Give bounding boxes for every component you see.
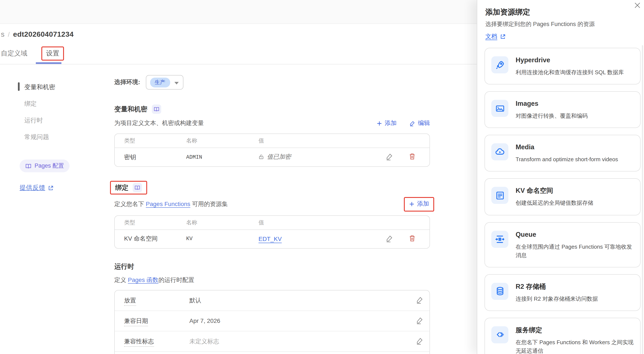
runtime-section-header: 运行时 <box>114 262 430 271</box>
runtime-row-compat-flags: 兼容性标志 未定义标志 <box>115 331 430 352</box>
binding-name: KV <box>186 230 258 248</box>
col-header-type: 类型 <box>115 134 186 148</box>
environment-selected-value: 生产 <box>150 78 170 87</box>
delete-row-button[interactable] <box>408 234 416 242</box>
variables-description: 为项目定义文本、机密或构建变量 <box>114 120 204 127</box>
docs-book-icon[interactable] <box>133 183 142 192</box>
binding-value-link[interactable]: EDT_KV <box>258 236 282 242</box>
resource-list: Hyperdrive 利用连接池化和查询缓存连接到 SQL 数据库 Images… <box>484 48 640 354</box>
runtime-label: 兼容性标志 <box>124 338 154 346</box>
edit-row-button[interactable] <box>386 153 393 160</box>
runtime-row-placement: 放置 默认 <box>115 290 430 311</box>
delete-row-button[interactable] <box>408 153 416 160</box>
resource-name: 服务绑定 <box>516 326 634 335</box>
variables-section-header: 变量和机密 <box>114 104 430 114</box>
bindings-add-button[interactable]: 添加 <box>409 200 429 208</box>
pages-settings-screen: s / edt202604071234 自定义域 设置 变量和机密 绑定 运行时… <box>0 0 644 354</box>
resource-name: Images <box>516 99 588 108</box>
resource-card-r2-bucket[interactable]: R2 存储桶 连接到 R2 对象存储桶来访问数据 <box>484 274 640 311</box>
col-header-type: 类型 <box>115 216 186 230</box>
resource-name: Hyperdrive <box>516 56 624 65</box>
resource-description: Transform and optimize short-form videos <box>516 156 618 164</box>
pencil-icon <box>416 296 424 304</box>
rocket-icon <box>491 56 508 73</box>
resource-name: Media <box>516 143 618 152</box>
panel-scrollbar[interactable] <box>642 45 643 354</box>
pages-config-badge[interactable]: Pages 配置 <box>20 160 70 172</box>
runtime-label: 兼容日期 <box>124 317 148 326</box>
secret-name: ADMIN <box>186 148 258 166</box>
database-icon <box>491 283 508 300</box>
pencil-icon <box>416 316 424 324</box>
variables-add-button[interactable]: 添加 <box>376 120 397 127</box>
variables-edit-button[interactable]: 编辑 <box>410 120 430 127</box>
tab-bar: 自定义域 设置 <box>1 48 64 59</box>
document-list-icon <box>491 187 508 204</box>
pencil-icon <box>410 120 416 126</box>
add-resource-binding-drawer: 添加资源绑定 选择要绑定到您的 Pages Functions 的资源 文档 H… <box>477 0 644 354</box>
edit-row-button[interactable] <box>416 296 424 304</box>
resource-name: Queue <box>516 230 634 239</box>
close-icon[interactable] <box>634 2 641 9</box>
active-tab-underline <box>36 62 62 64</box>
pages-config-label: Pages 配置 <box>34 162 64 170</box>
bindings-desc-row: 定义您名下 Pages Functions 可用的资源集 添加 <box>114 199 430 209</box>
edit-row-button[interactable] <box>386 234 393 242</box>
tab-custom-domains[interactable]: 自定义域 <box>1 49 27 58</box>
bindings-section-header: 绑定 <box>114 181 430 194</box>
external-link-icon <box>48 185 54 191</box>
sidebar-item-bindings[interactable]: 绑定 <box>18 98 103 109</box>
lock-icon <box>258 154 264 160</box>
bindings-title-annotation: 绑定 <box>110 181 147 194</box>
resource-card-service-binding[interactable]: 服务绑定 在您名下 Pages Functions 和 Workers 之间实现… <box>484 318 640 354</box>
runtime-table: 放置 默认 兼容日期 Apr 7, 2026 兼容性标志 未定义标志 <box>114 290 430 354</box>
runtime-value: Apr 7, 2026 <box>189 317 220 324</box>
runtime-section-title: 运行时 <box>114 262 134 271</box>
bindings-section-title: 绑定 <box>115 183 128 192</box>
external-link-icon <box>500 34 506 40</box>
variables-table: 类型 名称 值 密钥 ADMIN 值已加密 <box>114 134 430 167</box>
resource-card-images[interactable]: Images 对图像进行转换、覆盖和编码 <box>484 91 640 128</box>
feedback-link[interactable]: 提供反馈 <box>20 184 54 192</box>
variables-section-title: 变量和机密 <box>114 105 147 114</box>
queue-icon <box>491 230 508 248</box>
resource-name: KV 命名空间 <box>516 186 593 196</box>
settings-content: 选择环境: 生产 变量和机密 为项目定义文本、机密或构建变量 添加 <box>114 75 430 354</box>
docs-book-icon[interactable] <box>152 104 161 114</box>
edit-row-button[interactable] <box>416 337 424 344</box>
resource-description: 连接到 R2 对象存储桶来访问数据 <box>516 295 598 303</box>
breadcrumb-prefix[interactable]: s <box>1 30 4 39</box>
bindings-add-label: 添加 <box>417 200 429 208</box>
col-header-value: 值 <box>258 216 386 230</box>
sidebar-item-runtime[interactable]: 运行时 <box>18 115 103 126</box>
environment-select[interactable]: 生产 <box>146 75 183 90</box>
resource-description: 利用连接池化和查询缓存连接到 SQL 数据库 <box>516 68 624 77</box>
binding-type: KV 命名空间 <box>115 230 186 248</box>
sidebar-item-general[interactable]: 常规问题 <box>18 132 103 142</box>
environment-row: 选择环境: 生产 <box>114 75 430 90</box>
docs-link-label: 文档 <box>485 33 497 40</box>
environment-label: 选择环境: <box>114 78 140 86</box>
trash-icon <box>408 234 416 242</box>
sidebar-item-variables[interactable]: 变量和机密 <box>18 82 103 92</box>
plus-icon <box>409 201 414 207</box>
pages-functions-link[interactable]: Pages Functions <box>146 200 190 207</box>
variables-desc-row: 为项目定义文本、机密或构建变量 添加 编辑 <box>114 120 430 127</box>
runtime-row-compat-date: 兼容日期 Apr 7, 2026 <box>115 311 430 331</box>
settings-sidebar: 变量和机密 绑定 运行时 常规问题 Pages 配置 提供反馈 <box>18 82 103 192</box>
variables-edit-label: 编辑 <box>418 120 430 127</box>
docs-link[interactable]: 文档 <box>485 33 506 40</box>
pages-functions-link[interactable]: Pages 函数 <box>128 276 158 283</box>
tab-settings[interactable]: 设置 <box>41 46 64 60</box>
resource-card-queue[interactable]: Queue 在全球范围内通过 Pages Functions 可靠地收发消息 <box>484 222 640 268</box>
cloud-play-icon <box>491 144 508 160</box>
resource-card-hyperdrive[interactable]: Hyperdrive 利用连接池化和查询缓存连接到 SQL 数据库 <box>484 48 640 84</box>
pencil-icon <box>386 153 393 160</box>
bindings-description: 定义您名下 Pages Functions 可用的资源集 <box>114 200 228 208</box>
pencil-icon <box>386 234 393 242</box>
col-header-value: 值 <box>258 134 386 148</box>
resource-card-kv-namespace[interactable]: KV 命名空间 创建低延迟的全局键值数据存储 <box>484 178 640 215</box>
edit-row-button[interactable] <box>416 316 424 324</box>
resource-card-media[interactable]: Media Transform and optimize short-form … <box>484 135 640 172</box>
chevron-down-icon <box>174 82 178 84</box>
